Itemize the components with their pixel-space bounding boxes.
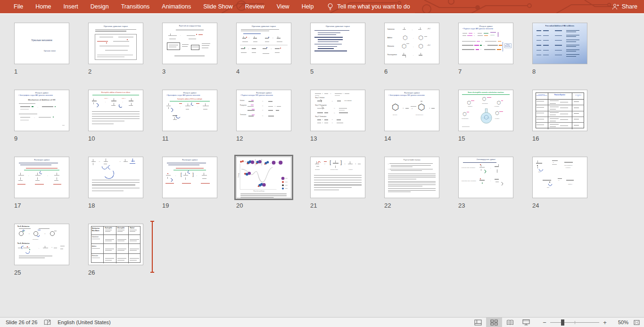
slide-content-sketch: SubstitutionAdditionEliminationRearrange… [385,23,439,64]
slide-number: 17 [14,202,21,209]
zoom-percentage[interactable]: 50% [611,319,628,325]
slideshow-view-button[interactable] [518,318,534,327]
slide-thumbnail-13[interactable]: +→+Step 1: Initiation→Free radicalsStep … [310,90,365,131]
share-button[interactable]: Share [612,0,637,13]
menu-slide-show[interactable]: Slide Show [197,0,239,13]
slide-text: Mechanism of Addition of HX [28,99,55,101]
slide-text: → [344,163,346,165]
slide-text: [ [181,172,182,177]
slide-thumbnail-9[interactable]: Нэгдэх урвал• Электрофиль нэгдэх /АЕ/ ур… [14,90,69,131]
zoom-slider-thumb[interactable] [561,319,564,326]
slide-thumbnail-14[interactable]: Халагдах урвал• Электрофиль халагдах /SE… [384,90,439,131]
slide-number: 7 [458,68,462,75]
slide-thumbnail-22[interactable]: Үүсгэгчийн нөлөө [384,157,439,198]
slide-thumbnail-6[interactable]: SubstitutionAdditionEliminationRearrange… [384,23,439,64]
benzene-ring-glyph: ⬡ [418,35,423,42]
energy-diagram: Energy Reaction pathway → + [237,157,291,198]
reading-view-button[interactable] [502,318,518,327]
slide-title: Үүсгэгчийн нөлөө [385,159,439,161]
slide-thumbnail-8[interactable]: Free-radical Addition of HBr to Alkenes→… [532,23,587,64]
slide-thumbnail-19[interactable]: Халагдах урвал→[]→ [162,157,217,198]
slide-thumbnail-16[interactable]: Electrophilic substitution reactionReact… [532,90,587,131]
slide-text: → [262,115,264,117]
slide-text: Nucleophilic addition of HCN to an aldeh… [177,99,202,100]
slide-cell-17: Халагдах урвал→→17 [10,157,84,224]
slide-thumbnail-24[interactable]: →Less substituted(Hofmann)base→(Zaitsev)… [532,157,587,198]
fit-to-window-icon [633,319,640,326]
slide-number: 19 [162,202,169,209]
slide-content-sketch: Some electrophilic aromatic substitution… [459,90,513,131]
slide-text: Addition [388,37,392,39]
slide-cell-4: Органик урвалын төрөл→→→→4 [232,23,306,90]
slide-title: Органик урвалын төрөл [89,25,143,27]
slide-thumbnail-21[interactable]: →[]→+SubstrateTransition StateProduct [310,157,365,198]
slide-cell-10: Electrophilic addition of bromine to an … [84,90,158,157]
slide-text: → [248,48,249,50]
slide-text: → [36,106,39,108]
slide-text: → [331,100,333,102]
language-button[interactable]: English (United States) [58,319,111,325]
menu-help[interactable]: Help [296,0,320,13]
slide-cell-18: →→18 [84,157,158,224]
fit-to-window-button[interactable] [633,319,640,326]
slide-text: Free radicals [344,101,351,102]
slide-content-sketch: Нэгдэх урвал• Электрофиль нэгдэх /АЕ/ ур… [15,90,69,131]
menu-view[interactable]: View [271,0,296,13]
slide-thumbnail-12[interactable]: Халагдах урвал• Радикал халагдах /SR/ ур… [236,90,291,131]
slide-text: Electrophilic substitution reaction [536,94,547,96]
status-right: − + 50% [470,318,644,327]
zoom-out-button[interactable]: − [541,319,548,326]
slide-cell-26: MechanismMini-MatrixNucleophileElectroph… [84,224,158,291]
slide-thumbnail-2[interactable]: Органик урвалын төрөл [88,23,143,64]
slide-content-sketch: Халагдах урвал→[]→ [163,157,217,198]
menu-file[interactable]: File [8,0,29,13]
slide-thumbnail-1[interactable]: Урвалын механизмОрганик химия [14,23,69,64]
menu-design[interactable]: Design [84,0,115,13]
slide-thumbnail-18[interactable]: →→ [88,157,143,198]
zoom-in-button[interactable]: + [601,319,609,326]
slide-text: Step 2: Propagation [315,105,327,106]
slide-text: → [411,28,413,31]
slide-thumbnail-5[interactable]: Органик урвалын төрөл [310,23,365,64]
slide-number: 24 [532,202,539,209]
slide-thumbnail-20[interactable]: Energy Reaction pathway → + [236,157,291,198]
slide-content-sketch: Energy Reaction pathway → + [237,157,291,198]
menu-home[interactable]: Home [29,0,57,13]
zoom-slider[interactable] [550,319,599,326]
slide-thumbnail-3[interactable]: Хүчтэй исэлдүүлэгчид→ [162,23,217,64]
slide-title: Органик урвалын төрөл [311,25,365,27]
menu-transitions[interactable]: Transitions [115,0,156,13]
slide-thumbnail-23[interactable]: Ангижруулах урвалconcerted (E2) eliminat… [458,157,513,198]
menu-insert[interactable]: Insert [58,0,84,13]
slide-thumbnail-15[interactable]: Some electrophilic aromatic substitution… [458,90,513,131]
menu-review[interactable]: Review [239,0,271,13]
slide-text: → [248,37,250,39]
slide-title: Free-radical Addition of HBr to Alkenes [533,25,587,27]
slide-text: + [322,122,323,124]
slideshow-view-icon [522,319,530,326]
slide-text: → [412,45,414,48]
slide-text: • Электрофиль халагдах /SE/ урвалын меха… [388,95,425,97]
slide-text: Step 1: Initiation [315,97,324,99]
normal-view-button[interactable] [470,318,486,327]
slide-text: Benzene [393,115,397,116]
benzene-ring-glyph: ⬡ [482,96,486,102]
slide-text: → [489,167,491,169]
slide-text: → [473,34,475,36]
menu-animations[interactable]: Animations [156,0,197,13]
slide-text: ] [340,160,342,166]
slide-sorter-view-button[interactable] [486,318,502,327]
slide-thumbnail-25[interactable]: The E₁ Mechanism→→CarbocationThe E₂ Mech… [14,224,69,265]
slide-thumbnail-26[interactable]: MechanismMini-MatrixNucleophileElectroph… [88,224,143,265]
tell-me-box[interactable]: Tell me what you want to do [327,3,410,10]
slide-thumbnail-11[interactable]: Нэгдэх урвал• Нуклеофиль нэгдэх /АN/ урв… [162,90,217,131]
slide-thumbnail-10[interactable]: Electrophilic addition of bromine to an … [88,90,143,131]
slide-text: Propagation [240,105,247,107]
slide-thumbnail-7[interactable]: Нэгдэх урвал• Радикал нэгдэх /АR/ урвалы… [458,23,513,64]
slide-number: 22 [384,202,391,209]
slide-text: → [324,163,326,165]
slide-thumbnail-4[interactable]: Органик урвалын төрөл→→→→ [236,23,291,64]
proofing-button[interactable] [44,319,51,326]
slide-thumbnail-17[interactable]: Халагдах урвал→→ [14,157,69,198]
slide-text: • Электрофиль нэгдэх /АЕ/ урвалын механи… [18,95,53,97]
